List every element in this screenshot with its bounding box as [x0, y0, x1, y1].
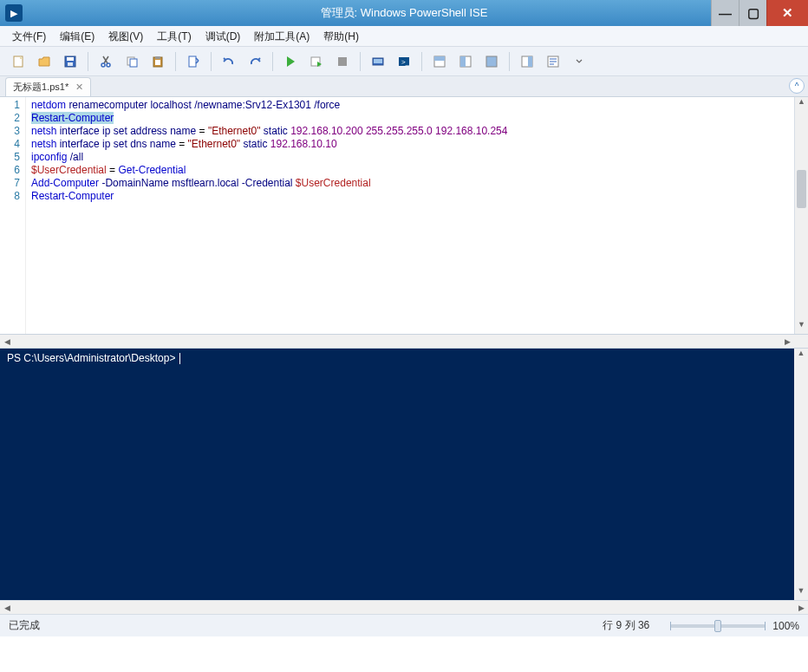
- scroll-left-icon[interactable]: ◀: [0, 601, 14, 614]
- layout-side-by-side-button[interactable]: [454, 50, 477, 73]
- menu-help[interactable]: 帮助(H): [316, 26, 366, 47]
- console-prompt: PS C:\Users\Administrator\Desktop>: [7, 352, 179, 364]
- toolbar: >_: [0, 47, 808, 76]
- paste-button[interactable]: [147, 50, 169, 73]
- menu-edit[interactable]: 编辑(E): [53, 26, 101, 47]
- tab-close-icon[interactable]: ✕: [75, 82, 83, 93]
- scroll-down-icon[interactable]: ▼: [795, 320, 808, 334]
- scroll-right-icon[interactable]: ▶: [780, 335, 794, 348]
- new-remote-tab-button[interactable]: [367, 50, 389, 73]
- window-controls: — ▢ ✕: [711, 0, 808, 26]
- minimize-button[interactable]: —: [711, 0, 739, 26]
- scroll-up-icon[interactable]: ▲: [795, 97, 808, 111]
- menu-addons[interactable]: 附加工具(A): [247, 26, 316, 47]
- console-horizontal-scrollbar[interactable]: ◀ ▶: [0, 600, 808, 614]
- save-button[interactable]: [59, 50, 81, 73]
- script-editor[interactable]: 12345678 netdom renamecomputer localhost…: [0, 97, 808, 335]
- menu-view[interactable]: 视图(V): [101, 26, 150, 47]
- status-text: 已完成: [9, 618, 40, 633]
- menu-file[interactable]: 文件(F): [5, 26, 53, 47]
- menu-debug[interactable]: 调试(D): [199, 26, 248, 47]
- new-file-button[interactable]: [7, 50, 29, 73]
- copy-button[interactable]: [121, 50, 143, 73]
- title-bar: ▶ 管理员: Windows PowerShell ISE — ▢ ✕: [0, 0, 808, 26]
- svg-text:>_: >_: [401, 58, 410, 66]
- run-button[interactable]: [279, 50, 302, 73]
- scroll-up-icon[interactable]: ▲: [794, 349, 808, 362]
- console-pane[interactable]: PS C:\Users\Administrator\Desktop> ▲ ▼: [0, 349, 808, 600]
- cursor-position: 行 9 列 36: [603, 618, 649, 633]
- menu-tools[interactable]: 工具(T): [150, 26, 198, 47]
- scroll-down-icon[interactable]: ▼: [794, 586, 808, 600]
- code-area[interactable]: netdom renamecomputer localhost /newname…: [26, 97, 808, 334]
- maximize-button[interactable]: ▢: [739, 0, 766, 26]
- line-number-gutter: 12345678: [0, 97, 26, 334]
- show-command-button[interactable]: [542, 50, 564, 73]
- tab-strip: 无标题1.ps1* ✕ ^: [0, 76, 808, 97]
- scroll-right-icon[interactable]: ▶: [794, 601, 808, 614]
- window-title: 管理员: Windows PowerShell ISE: [0, 5, 808, 21]
- editor-horizontal-scrollbar[interactable]: ◀ ▶: [0, 335, 808, 349]
- zoom-value: 100%: [772, 620, 799, 632]
- svg-rect-9: [155, 56, 160, 59]
- undo-button[interactable]: [218, 50, 240, 73]
- zoom-slider-knob[interactable]: [714, 620, 721, 632]
- svg-rect-2: [67, 57, 74, 61]
- collapse-script-pane-button[interactable]: ^: [789, 78, 805, 94]
- svg-rect-22: [486, 56, 497, 67]
- start-powershell-button[interactable]: >_: [393, 50, 415, 73]
- scroll-left-icon[interactable]: ◀: [0, 335, 14, 348]
- svg-rect-10: [155, 60, 160, 65]
- svg-rect-19: [434, 56, 445, 61]
- stop-button[interactable]: [331, 50, 354, 73]
- zoom-slider[interactable]: [670, 624, 766, 628]
- scrollbar-thumb[interactable]: [797, 170, 806, 208]
- show-command-addon-button[interactable]: [516, 50, 538, 73]
- toolbar-overflow-button[interactable]: [568, 50, 590, 73]
- svg-rect-15: [374, 59, 382, 63]
- close-button[interactable]: ✕: [766, 0, 808, 26]
- svg-rect-13: [338, 57, 347, 66]
- svg-rect-21: [460, 56, 466, 67]
- tab-label: 无标题1.ps1*: [13, 81, 68, 94]
- svg-point-5: [107, 63, 110, 67]
- script-tab[interactable]: 无标题1.ps1* ✕: [5, 77, 91, 96]
- svg-point-4: [101, 63, 105, 67]
- app-icon: ▶: [5, 4, 23, 22]
- clear-button[interactable]: [182, 50, 205, 73]
- console-vertical-scrollbar[interactable]: ▲ ▼: [794, 349, 808, 600]
- layout-editor-max-button[interactable]: [480, 50, 503, 73]
- svg-rect-11: [189, 56, 196, 67]
- redo-button[interactable]: [244, 50, 266, 73]
- editor-vertical-scrollbar[interactable]: ▲ ▼: [794, 97, 808, 334]
- menu-bar: 文件(F) 编辑(E) 视图(V) 工具(T) 调试(D) 附加工具(A) 帮助…: [0, 26, 808, 47]
- console-cursor: [179, 353, 180, 364]
- open-file-button[interactable]: [33, 50, 55, 73]
- svg-rect-24: [528, 56, 532, 67]
- run-selection-button[interactable]: [305, 50, 328, 73]
- cut-button[interactable]: [94, 50, 117, 73]
- status-bar: 已完成 行 9 列 36 100%: [0, 614, 808, 636]
- svg-rect-3: [68, 62, 73, 66]
- layout-editor-top-button[interactable]: [428, 50, 451, 73]
- zoom-control: 100%: [670, 620, 799, 632]
- svg-rect-7: [130, 59, 137, 67]
